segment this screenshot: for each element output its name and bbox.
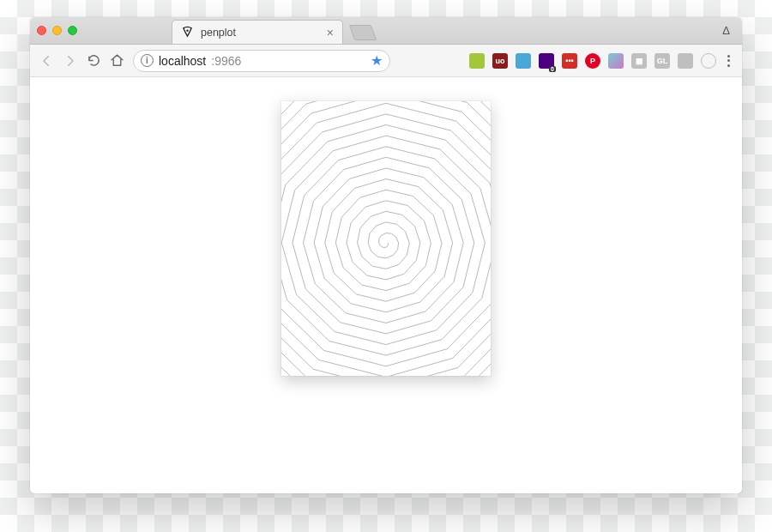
url-port: :9966 [211, 54, 241, 68]
back-button[interactable] [39, 53, 54, 69]
window-minimize-button[interactable] [52, 26, 62, 35]
window-close-button[interactable] [37, 26, 46, 35]
tab-strip: penplot × Δ [30, 17, 742, 45]
window-controls [37, 17, 77, 44]
pinterest-label: P [590, 57, 595, 65]
gl-ext-icon[interactable]: GL [654, 53, 670, 69]
browser-tab[interactable]: penplot × [172, 20, 343, 44]
url-host: localhost [159, 54, 206, 68]
ublock-icon[interactable]: uo [492, 53, 508, 69]
plot-canvas [281, 101, 491, 376]
svg-point-0 [186, 29, 188, 31]
pinterest-icon[interactable]: P [585, 53, 600, 69]
gl-label: GL [657, 57, 668, 65]
page-content [30, 77, 742, 493]
purple-ext-icon[interactable] [539, 53, 554, 69]
home-button[interactable] [110, 53, 124, 68]
grid-ext-icon[interactable]: ▦ [631, 53, 647, 69]
site-info-icon[interactable]: i [141, 54, 154, 67]
android-icon[interactable] [469, 53, 485, 69]
bookmark-star-icon[interactable]: ★ [371, 52, 383, 69]
window-zoom-button[interactable] [68, 26, 77, 35]
ghostery-icon[interactable] [516, 53, 531, 69]
reload-button[interactable] [87, 53, 101, 68]
forward-button[interactable] [63, 53, 78, 69]
browser-window: penplot × Δ i localhost:9966 ★ uo •• [30, 17, 742, 493]
spiral-plot-svg [281, 101, 491, 376]
lastpass-icon[interactable]: ••• [562, 53, 577, 69]
extensions-row: uo ••• P ▦ GL [469, 53, 733, 69]
address-bar[interactable]: i localhost:9966 ★ [133, 50, 390, 72]
ublock-label: uo [496, 57, 505, 65]
delta-indicator-icon[interactable]: Δ [722, 24, 730, 37]
eyedropper-icon[interactable] [608, 53, 624, 69]
new-tab-button[interactable] [349, 25, 377, 40]
lastpass-label: ••• [565, 57, 573, 65]
browser-toolbar: i localhost:9966 ★ uo ••• P ▦ GL [30, 45, 742, 77]
grid-label: ▦ [636, 57, 643, 65]
circle-ext-icon[interactable] [701, 53, 716, 69]
browser-menu-button[interactable] [724, 55, 733, 67]
tab-close-button[interactable]: × [327, 27, 334, 39]
tab-title: penplot [201, 27, 236, 39]
notes-ext-icon[interactable] [678, 53, 693, 69]
penplot-favicon-icon [181, 26, 194, 39]
